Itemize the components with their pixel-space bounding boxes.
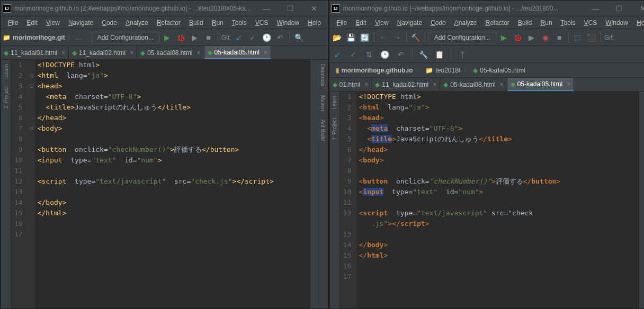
menu-help[interactable]: Help xyxy=(305,18,324,28)
menu-navigate[interactable]: Navigate xyxy=(394,18,425,28)
menu-code[interactable]: Code xyxy=(427,18,449,28)
menu-help[interactable]: Help xyxy=(633,18,644,28)
menu-code[interactable]: Code xyxy=(99,18,120,28)
commit-icon[interactable]: ✓ xyxy=(247,32,258,43)
paste-icon[interactable]: 📋 xyxy=(434,49,445,60)
menu-build[interactable]: Build xyxy=(186,18,207,28)
run-config-combo[interactable]: Add Configuration... xyxy=(428,32,496,43)
close-tab-icon[interactable]: × xyxy=(362,81,368,88)
editor-tab[interactable]: ◆05-kadai05.html× xyxy=(507,78,574,91)
close-tab-icon[interactable]: × xyxy=(498,81,504,88)
sync-icon[interactable]: 🔄 xyxy=(359,32,371,43)
breadcrumb-root[interactable]: ▮morimorihoge.github.io xyxy=(336,67,413,74)
menu-run[interactable]: Run xyxy=(538,18,556,28)
compare-icon[interactable]: ⇅ xyxy=(363,49,375,60)
breadcrumb-file[interactable]: ◆05-kadai05.html xyxy=(473,67,525,74)
code-content[interactable]: <!DOCTYPE html><html lang="ja"><head> <m… xyxy=(35,60,310,308)
editor-tab[interactable]: ◆11_kadai02.html× xyxy=(372,78,440,91)
editor-tab[interactable]: ◆01.html× xyxy=(329,78,372,91)
menu-analyze[interactable]: Analyze xyxy=(451,18,480,28)
menu-tools[interactable]: Tools xyxy=(229,18,250,28)
revert-icon[interactable]: ↶ xyxy=(274,32,286,43)
wrench-icon[interactable]: 🔧 xyxy=(418,49,430,60)
branch-icon[interactable]: ᛘ xyxy=(457,49,468,60)
learn-tool[interactable]: Learn xyxy=(332,94,337,112)
menu-navigate[interactable]: Navigate xyxy=(65,18,96,28)
menu-file[interactable]: File xyxy=(5,18,21,28)
coverage-button[interactable]: ▶ xyxy=(189,32,201,43)
editor-tab[interactable]: ◆05-kadai08.html× xyxy=(440,78,507,91)
maximize-button[interactable]: ☐ xyxy=(279,1,302,16)
profile-button[interactable]: ◉ xyxy=(540,32,551,43)
editor-tab[interactable]: ◆05-kadai05.html× xyxy=(204,46,271,59)
minimize-button[interactable]: — xyxy=(255,1,279,16)
menu-edit[interactable]: Edit xyxy=(352,18,370,28)
project-tool[interactable]: 1: Project xyxy=(3,84,9,111)
fold-column[interactable]: ⊟⊟⊟ xyxy=(28,60,35,308)
titlebar[interactable]: IJ morimorihoge.github.io [~/webapps/mor… xyxy=(329,1,644,16)
debug-button[interactable]: 🐞 xyxy=(175,32,187,43)
run-config-combo[interactable]: Add Configuration... xyxy=(92,32,159,43)
menu-analyze[interactable]: Analyze xyxy=(122,18,151,28)
menu-window[interactable]: Window xyxy=(602,18,631,28)
history-icon[interactable]: 🕐 xyxy=(379,49,391,60)
close-tab-icon[interactable]: × xyxy=(128,49,133,57)
close-button[interactable]: ✕ xyxy=(302,1,326,16)
minimize-button[interactable]: — xyxy=(584,1,607,16)
editor-tab[interactable]: ◆05-kadai08.html× xyxy=(137,46,204,59)
project-tool[interactable]: 1: Project xyxy=(332,116,337,142)
open-icon[interactable]: 📂 xyxy=(332,32,343,43)
run-button[interactable]: ▶ xyxy=(498,32,510,43)
breadcrumb-folder[interactable]: 📁teu2018f xyxy=(425,67,460,74)
code-editor[interactable]: 1234567891011121314151617 ⊟⊟⊟ <!DOCTYPE … xyxy=(11,60,318,308)
close-tab-icon[interactable]: × xyxy=(431,81,436,88)
close-tab-icon[interactable]: × xyxy=(195,49,201,57)
close-tab-icon[interactable]: × xyxy=(565,80,570,88)
menu-window[interactable]: Window xyxy=(273,18,302,28)
structure-icon[interactable]: ⬚ xyxy=(572,32,584,43)
close-button[interactable]: ✕ xyxy=(631,1,644,16)
menu-vcs[interactable]: VCS xyxy=(252,18,272,28)
stop-button[interactable]: ■ xyxy=(553,32,565,43)
maximize-button[interactable]: ☐ xyxy=(607,1,631,16)
menu-file[interactable]: File xyxy=(334,18,350,28)
scrollbar[interactable] xyxy=(310,60,318,308)
code-content[interactable]: <!DOCTYPE html><html lang="ja"><head> <m… xyxy=(356,92,639,308)
build-icon[interactable]: 🔨 xyxy=(410,32,422,43)
maven-tool[interactable]: Maven xyxy=(320,93,326,113)
titlebar[interactable]: IJ morimorihoge.github.io [Z:¥webapps¥mo… xyxy=(1,1,328,16)
database-tool[interactable]: Database xyxy=(320,62,326,89)
close-tab-icon[interactable]: × xyxy=(262,49,267,56)
debug-button[interactable]: 🐞 xyxy=(512,32,524,43)
update-icon[interactable]: ↙ xyxy=(233,32,245,43)
learn-tool[interactable]: Learn xyxy=(3,62,9,80)
history-icon[interactable]: 🕐 xyxy=(261,32,272,43)
forward-icon[interactable]: → xyxy=(391,32,403,43)
hierarchy-icon[interactable]: ⬛ xyxy=(586,32,597,43)
save-icon[interactable]: 💾 xyxy=(345,32,357,43)
code-editor[interactable]: 1234567891011121314151617 <!DOCTYPE html… xyxy=(340,92,644,308)
menu-vcs[interactable]: VCS xyxy=(581,18,601,28)
menu-view[interactable]: View xyxy=(372,18,392,28)
menu-build[interactable]: Build xyxy=(515,18,535,28)
commit-icon[interactable]: ✓ xyxy=(347,49,359,60)
run-button[interactable]: ▶ xyxy=(162,32,173,43)
menu-refactor[interactable]: Refactor xyxy=(154,18,184,28)
editor-tab[interactable]: ◆11_kadai02.html× xyxy=(69,46,137,59)
menu-view[interactable]: View xyxy=(43,18,63,28)
search-icon[interactable]: 🔍 xyxy=(293,32,305,43)
revert-icon[interactable]: ↶ xyxy=(395,49,407,60)
stop-button[interactable]: ■ xyxy=(203,32,214,43)
editor-tab[interactable]: ◆11_kadai01.html× xyxy=(1,46,69,59)
menu-edit[interactable]: Edit xyxy=(23,18,41,28)
project-name[interactable]: morimorihoge.git xyxy=(13,34,65,41)
menu-tools[interactable]: Tools xyxy=(558,18,579,28)
menu-run[interactable]: Run xyxy=(209,18,227,28)
back-icon[interactable]: ← xyxy=(378,32,389,43)
update-icon[interactable]: ↙ xyxy=(332,49,343,60)
coverage-button[interactable]: ▶ xyxy=(526,32,538,43)
scrollbar[interactable] xyxy=(639,92,644,308)
close-tab-icon[interactable]: × xyxy=(59,49,65,57)
ant-tool[interactable]: Ant Build xyxy=(320,117,326,143)
menu-refactor[interactable]: Refactor xyxy=(482,18,512,28)
